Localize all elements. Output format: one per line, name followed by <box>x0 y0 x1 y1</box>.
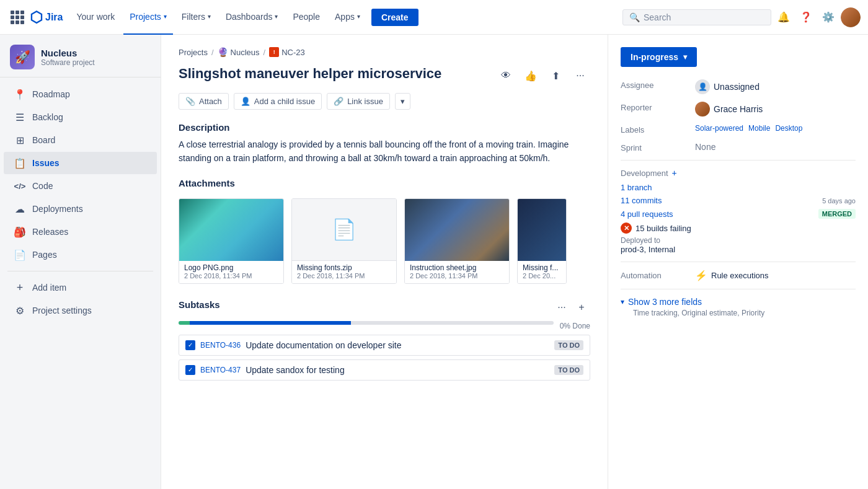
description-label: Description <box>179 122 590 133</box>
add-child-issue-button[interactable]: 👤 Add a child issue <box>234 93 322 110</box>
paperclip-icon: 📎 <box>185 97 195 106</box>
sidebar-item-issues[interactable]: 📋 Issues <box>4 152 157 174</box>
project-name: Nucleus <box>41 48 95 58</box>
breadcrumb-projects[interactable]: Projects <box>179 48 208 57</box>
dev-commits-row: 11 commits 5 days ago <box>621 196 856 205</box>
thumbsup-button[interactable]: 👍 <box>521 66 541 86</box>
label-desktop[interactable]: Desktop <box>775 124 802 133</box>
code-icon: </> <box>14 180 26 192</box>
assignee-row: Assignee 👤 Unassigned <box>621 79 856 94</box>
divider-3 <box>621 289 856 289</box>
sidebar-item-add-item[interactable]: + Add item <box>4 276 157 299</box>
watch-button[interactable]: 👁 <box>496 66 516 86</box>
nav-filters-chevron: ▾ <box>208 13 211 20</box>
development-add-button[interactable]: + <box>672 168 677 178</box>
attach-button[interactable]: 📎 Attach <box>179 93 229 110</box>
sidebar-add-item-label: Add item <box>32 283 66 293</box>
builds-label[interactable]: 15 builds failing <box>636 224 691 233</box>
sidebar-item-code[interactable]: </> Code <box>4 175 157 197</box>
attachment-info-3: Instruction sheet.jpg 2 Dec 2018, 11:34 … <box>405 261 509 283</box>
attachment-thumb-3 <box>405 199 509 261</box>
attachment-item-3[interactable]: Instruction sheet.jpg 2 Dec 2018, 11:34 … <box>404 198 510 284</box>
breadcrumb-nucleus[interactable]: 🔮 Nucleus <box>218 47 260 57</box>
breadcrumb-issue-id[interactable]: ! NC-23 <box>269 47 305 57</box>
subtask-item-2[interactable]: ✓ BENTO-437 Update sandox for testing TO… <box>179 359 590 381</box>
show-more-button[interactable]: ▾ Show 3 more fields <box>621 297 856 307</box>
link-issue-button[interactable]: 🔗 Link issue <box>327 93 390 110</box>
attachment-item-2[interactable]: 📄 Missing fonts.zip 2 Dec 2018, 11:34 PM <box>291 198 397 284</box>
dev-builds-row: ✕ 15 builds failing Deployed to prod-3, … <box>621 222 856 254</box>
progress-label: 0% Done <box>560 322 590 330</box>
sidebar-item-pages[interactable]: 📄 Pages <box>4 244 157 266</box>
nav-your-work[interactable]: Your work <box>70 0 121 35</box>
divider-2 <box>621 262 856 262</box>
add-child-label: Add a child issue <box>254 97 315 106</box>
nav-apps-label: Apps <box>335 12 355 22</box>
jira-logo[interactable]: ⬡ Jira <box>30 9 63 26</box>
main-content: Projects / 🔮 Nucleus / ! NC-23 Slingshot… <box>161 35 608 489</box>
help-button[interactable]: ❓ <box>796 7 816 27</box>
link-issue-label: Link issue <box>347 97 383 106</box>
unassigned-avatar: 👤 <box>695 79 710 94</box>
subtasks-section: Subtasks ··· + 0% Done ✓ BENTO-436 Updat… <box>179 299 590 381</box>
user-avatar[interactable] <box>841 7 861 27</box>
create-button[interactable]: Create <box>371 9 418 26</box>
sidebar-item-roadmap[interactable]: 📍 Roadmap <box>4 83 157 105</box>
nav-dashboards[interactable]: Dashboards ▾ <box>219 0 285 35</box>
status-button[interactable]: In-progress ▾ <box>621 47 697 67</box>
avatar-image <box>841 7 861 27</box>
subtask-checkbox-2: ✓ <box>185 365 195 375</box>
nav-people[interactable]: People <box>286 0 326 35</box>
sprint-value[interactable]: None <box>695 142 856 152</box>
subtasks-add-button[interactable]: + <box>573 299 590 316</box>
nav-filters[interactable]: Filters ▾ <box>175 0 217 35</box>
apps-grid-button[interactable] <box>7 7 27 27</box>
label-solar-powered[interactable]: Solar-powered <box>695 124 743 133</box>
sprint-label: Sprint <box>621 142 695 152</box>
assignee-value[interactable]: 👤 Unassigned <box>695 79 856 94</box>
attach-label: Attach <box>199 97 222 106</box>
breadcrumb-sep-2: / <box>264 48 266 57</box>
sidebar-item-deployments[interactable]: ☁ Deployments <box>4 198 157 220</box>
notifications-button[interactable]: 🔔 <box>774 7 794 27</box>
right-panel: In-progress ▾ Assignee 👤 Unassigned Repo… <box>608 35 868 489</box>
issue-header: Slingshot maneuver helper microservice 👁… <box>179 66 590 86</box>
attachment-item-4[interactable]: Missing f... 2 Dec 20... <box>517 198 567 284</box>
breadcrumb: Projects / 🔮 Nucleus / ! NC-23 <box>179 47 590 57</box>
nav-projects-label: Projects <box>130 12 161 22</box>
subtasks-more-button[interactable]: ··· <box>553 299 570 316</box>
dev-branch[interactable]: 1 branch <box>621 183 856 192</box>
sidebar-item-backlog[interactable]: ☰ Backlog <box>4 106 157 128</box>
reporter-value[interactable]: Grace Harris <box>695 102 856 117</box>
settings-button[interactable]: ⚙️ <box>818 7 838 27</box>
automation-value[interactable]: ⚡ Rule executions <box>695 270 769 281</box>
search-placeholder: Search <box>644 12 671 22</box>
attachment-item-1[interactable]: Logo PNG.png 2 Dec 2018, 11:34 PM <box>179 198 284 284</box>
search-bar[interactable]: 🔍 Search <box>622 9 771 25</box>
nav-projects[interactable]: Projects ▾ <box>123 0 173 35</box>
label-mobile[interactable]: Mobile <box>748 124 770 133</box>
subtask-checkbox-1: ✓ <box>185 340 195 350</box>
sidebar-releases-label: Releases <box>32 227 68 237</box>
more-toolbar-button[interactable]: ▾ <box>395 93 410 110</box>
sidebar-item-releases[interactable]: 🎒 Releases <box>4 221 157 243</box>
more-options-button[interactable]: ··· <box>570 66 590 86</box>
sidebar-item-project-settings[interactable]: ⚙ Project settings <box>4 299 157 322</box>
share-button[interactable]: ⬆ <box>546 66 565 86</box>
subtask-id-1: BENTO-436 <box>200 341 241 350</box>
nav-apps[interactable]: Apps ▾ <box>329 0 366 35</box>
show-more-section: ▾ Show 3 more fields Time tracking, Orig… <box>621 297 856 317</box>
link-icon: 🔗 <box>334 97 343 106</box>
breadcrumb-issue-id-label: NC-23 <box>281 48 305 57</box>
subtask-status-1: TO DO <box>554 340 583 350</box>
deployed-to-label: Deployed to <box>621 236 856 245</box>
dev-branch-label: 1 branch <box>621 183 652 192</box>
show-more-chevron-icon: ▾ <box>621 297 624 306</box>
issue-type-icon: ! <box>269 47 279 57</box>
sidebar-item-board[interactable]: ⊞ Board <box>4 129 157 151</box>
subtask-check-2: ✓ <box>188 366 193 373</box>
project-header[interactable]: 🚀 Nucleus Software project <box>0 35 161 77</box>
reporter-row: Reporter Grace Harris <box>621 102 856 117</box>
subtask-item-1[interactable]: ✓ BENTO-436 Update documentation on deve… <box>179 335 590 356</box>
dev-pull-requests-label[interactable]: 4 pull requests <box>621 209 673 219</box>
